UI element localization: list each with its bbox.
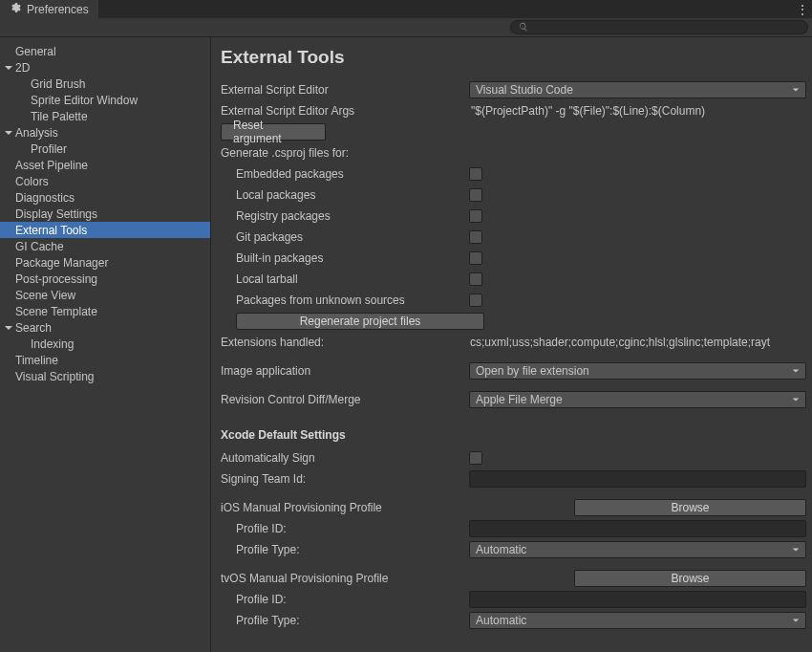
foldout-icon[interactable] (4, 127, 15, 139)
gear-icon (10, 2, 21, 16)
csproj-option-checkbox[interactable] (469, 209, 482, 223)
sidebar-item-label: GI Cache (15, 240, 64, 253)
sidebar-item-profiler[interactable]: Profiler (0, 141, 210, 157)
csproj-option-checkbox[interactable] (469, 272, 482, 286)
tvos-profile-header: tvOS Manual Provisioning Profile (221, 572, 574, 585)
sidebar-item-tile-palette[interactable]: Tile Palette (0, 108, 210, 124)
sidebar-item-label: Indexing (31, 337, 74, 351)
tvos-profile-type-label: Profile Type: (221, 614, 469, 627)
sidebar-item-label: Display Settings (15, 207, 97, 221)
external-script-editor-args-label: External Script Editor Args (221, 104, 469, 118)
sidebar-item-grid-brush[interactable]: Grid Brush (0, 76, 210, 92)
tvos-profile-id-field[interactable] (469, 591, 806, 608)
chevron-down-icon (792, 543, 800, 556)
csproj-option-label: Embedded packages (221, 167, 469, 181)
sidebar-item-post-processing[interactable]: Post-processing (0, 271, 210, 287)
sidebar-item-scene-template[interactable]: Scene Template (0, 303, 210, 319)
ios-profile-id-field[interactable] (469, 520, 806, 537)
generate-csproj-label: Generate .csproj files for: (221, 146, 469, 160)
sidebar-item-asset-pipeline[interactable]: Asset Pipeline (0, 157, 210, 173)
sidebar-item-general[interactable]: General (0, 43, 210, 59)
page-title: External Tools (221, 47, 806, 68)
chevron-down-icon (792, 393, 800, 406)
sidebar-item-indexing[interactable]: Indexing (0, 336, 210, 352)
external-script-editor-label: External Script Editor (221, 83, 469, 97)
toolbar (0, 18, 812, 37)
sidebar-item-label: Scene Template (15, 305, 97, 318)
csproj-option-label: Built-in packages (221, 251, 469, 265)
sidebar-item-label: Diagnostics (15, 191, 75, 205)
sidebar-item-label: Sprite Editor Window (31, 94, 138, 107)
sidebar-item-display-settings[interactable]: Display Settings (0, 206, 210, 222)
titlebar: Preferences ⋮ (0, 0, 812, 18)
content-area: External Tools External Script Editor Vi… (211, 37, 812, 652)
sidebar-item-label: Timeline (15, 354, 58, 367)
external-script-editor-dropdown[interactable]: Visual Studio Code (469, 81, 806, 98)
sidebar-item-external-tools[interactable]: External Tools (0, 222, 210, 238)
sidebar-item-label: Package Manager (15, 256, 108, 270)
csproj-option-label: Packages from unknown sources (221, 293, 469, 307)
sidebar-item-search[interactable]: Search (0, 319, 210, 336)
csproj-option-checkbox[interactable] (469, 251, 482, 265)
sidebar-item-colors[interactable]: Colors (0, 173, 210, 189)
tab-title: Preferences (27, 3, 89, 16)
automatically-sign-checkbox[interactable] (469, 451, 482, 465)
sidebar-item-label: Visual Scripting (15, 370, 95, 383)
sidebar-item-label: Analysis (15, 126, 58, 140)
csproj-option-checkbox[interactable] (469, 167, 482, 181)
sidebar-item-label: Scene View (15, 289, 75, 302)
sidebar-item-2d[interactable]: 2D (0, 59, 210, 76)
csproj-option-checkbox[interactable] (469, 293, 482, 307)
tvos-profile-id-label: Profile ID: (221, 593, 469, 606)
sidebar-item-scene-view[interactable]: Scene View (0, 287, 210, 303)
external-script-editor-args-value: "$(ProjectPath)" -g "$(File)":$(Line):$(… (469, 104, 806, 118)
ios-profile-header: iOS Manual Provisioning Profile (221, 501, 574, 514)
sidebar-item-label: Tile Palette (31, 110, 88, 123)
tvos-profile-type-dropdown[interactable]: Automatic (469, 612, 806, 629)
extensions-handled-value (469, 334, 806, 351)
automatically-sign-label: Automatically Sign (221, 451, 469, 465)
ios-browse-button[interactable]: Browse (574, 499, 806, 516)
preferences-tab[interactable]: Preferences (0, 0, 99, 18)
sidebar-item-timeline[interactable]: Timeline (0, 352, 210, 368)
regenerate-project-files-button[interactable]: Regenerate project files (236, 313, 484, 330)
xcode-section-header: Xcode Default Settings (221, 428, 806, 442)
sidebar: General2DGrid BrushSprite Editor WindowT… (0, 37, 211, 652)
window-menu-icon[interactable]: ⋮ (793, 0, 812, 18)
sidebar-item-label: General (15, 45, 56, 58)
csproj-option-checkbox[interactable] (469, 230, 482, 244)
csproj-option-label: Registry packages (221, 209, 469, 223)
chevron-down-icon (792, 364, 800, 378)
sidebar-item-sprite-editor-window[interactable]: Sprite Editor Window (0, 92, 210, 108)
foldout-icon[interactable] (4, 62, 15, 74)
sidebar-item-label: 2D (15, 61, 30, 75)
image-application-dropdown[interactable]: Open by file extension (469, 362, 806, 380)
revision-control-dropdown[interactable]: Apple File Merge (469, 391, 806, 408)
ios-profile-type-label: Profile Type: (221, 543, 469, 556)
sidebar-item-analysis[interactable]: Analysis (0, 124, 210, 141)
csproj-option-label: Local packages (221, 188, 469, 202)
csproj-option-label: Git packages (221, 230, 469, 244)
revision-control-label: Revision Control Diff/Merge (221, 393, 469, 406)
extensions-handled-label: Extensions handled: (221, 336, 469, 349)
search-field[interactable] (510, 20, 808, 34)
sidebar-item-visual-scripting[interactable]: Visual Scripting (0, 368, 210, 384)
sidebar-item-gi-cache[interactable]: GI Cache (0, 238, 210, 254)
sidebar-item-label: Colors (15, 175, 49, 188)
csproj-option-checkbox[interactable] (469, 188, 482, 202)
sidebar-item-label: External Tools (15, 224, 87, 237)
ios-profile-id-label: Profile ID: (221, 522, 469, 535)
tvos-browse-button[interactable]: Browse (574, 570, 806, 587)
ios-profile-type-dropdown[interactable]: Automatic (469, 541, 806, 558)
sidebar-item-package-manager[interactable]: Package Manager (0, 254, 210, 271)
image-application-label: Image application (221, 364, 469, 378)
sidebar-item-label: Grid Brush (31, 77, 85, 91)
sidebar-item-label: Search (15, 321, 52, 335)
sidebar-item-label: Asset Pipeline (15, 159, 88, 172)
search-input[interactable] (532, 22, 800, 33)
sidebar-item-diagnostics[interactable]: Diagnostics (0, 189, 210, 206)
foldout-icon[interactable] (4, 322, 15, 334)
reset-argument-button[interactable]: Reset argument (221, 123, 326, 141)
signing-team-id-field[interactable] (469, 470, 806, 488)
sidebar-item-label: Post-processing (15, 272, 97, 286)
